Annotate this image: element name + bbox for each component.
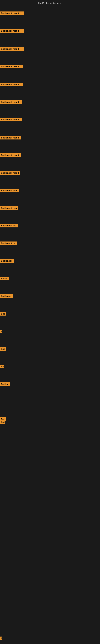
bottleneck-result-badge: Bottler <box>0 382 10 386</box>
bottleneck-result-badge: Bottleneck res <box>0 224 18 228</box>
bottleneck-result-badge: Bottleneck result <box>0 12 24 15</box>
bottleneck-result-badge: B <box>0 636 2 640</box>
bottleneck-result-badge: Bottleneck resu <box>0 206 18 210</box>
bottleneck-result-badge: Bottleneck result <box>0 153 21 157</box>
bottleneck-result-badge: Bottle <box>0 277 9 280</box>
bottleneck-result-badge: Bo <box>0 365 3 368</box>
bottleneck-result-badge: Bottlenec <box>0 294 13 298</box>
bottleneck-result-badge: Bottleneck result <box>0 100 22 104</box>
bottleneck-result-badge: Bottleneck result <box>0 64 23 68</box>
site-title: TheBottlenecker.com <box>38 2 62 5</box>
bottleneck-result-badge: B <box>0 330 2 333</box>
bottleneck-result-badge: Bottleneck result <box>0 83 23 86</box>
bottleneck-result-badge: Bot <box>0 420 5 424</box>
bottleneck-result-badge: Bott <box>0 347 6 351</box>
bottleneck-result-badge: Bott <box>0 312 6 316</box>
bottleneck-result-badge: Bottleneck result <box>0 136 21 140</box>
bottleneck-result-badge: Bottleneck <box>0 259 14 263</box>
bottleneck-result-badge: Bottleneck re <box>0 242 17 245</box>
bottleneck-result-badge: Bottleneck result <box>0 29 24 32</box>
bottleneck-result-badge: Bottleneck resul <box>0 189 19 192</box>
bottleneck-result-badge: Bottleneck result <box>0 171 20 175</box>
bottleneck-result-badge: Bottleneck result <box>0 118 22 121</box>
bottleneck-result-badge: Bottleneck result <box>0 47 24 51</box>
